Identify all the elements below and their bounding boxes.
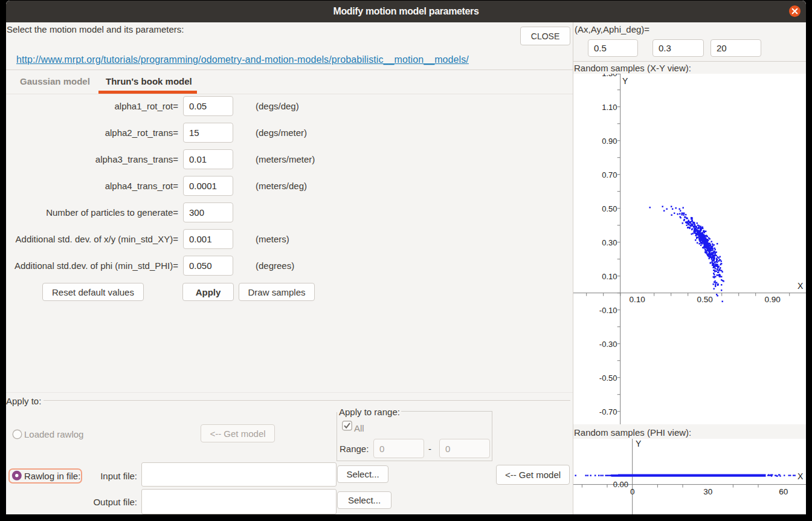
svg-text:-0.30: -0.30 — [599, 340, 617, 349]
svg-text:0.70: 0.70 — [602, 170, 617, 180]
svg-text:X: X — [798, 471, 804, 481]
svg-text:0.10: 0.10 — [630, 295, 645, 304]
svg-text:0: 0 — [630, 487, 635, 496]
svg-text:Y: Y — [636, 439, 642, 448]
svg-text:-0.50: -0.50 — [599, 374, 617, 383]
svg-text:0.50: 0.50 — [602, 204, 617, 213]
svg-text:0.30: 0.30 — [602, 238, 617, 247]
svg-text:0.10: 0.10 — [602, 272, 617, 281]
svg-text:Y: Y — [622, 76, 628, 86]
svg-text:0.90: 0.90 — [765, 295, 781, 304]
svg-text:30: 30 — [703, 487, 712, 496]
svg-text:1.10: 1.10 — [602, 103, 617, 112]
svg-text:0.50: 0.50 — [697, 295, 713, 304]
svg-text:X: X — [798, 281, 804, 291]
svg-text:-0.70: -0.70 — [599, 407, 617, 416]
svg-text:-0.10: -0.10 — [599, 306, 617, 315]
svg-text:60: 60 — [779, 487, 788, 496]
svg-text:0.00: 0.00 — [613, 480, 628, 489]
svg-text:1.30: 1.30 — [602, 74, 617, 78]
svg-text:0.90: 0.90 — [602, 137, 617, 146]
